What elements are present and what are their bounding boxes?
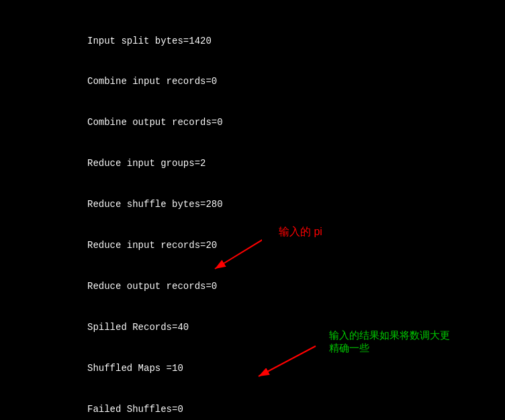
annotation-pi: 输入的 pi [279, 225, 322, 239]
annotation-result-line2: 精确一些 [329, 342, 450, 355]
annotation-result-line1: 输入的结果如果将数调大更 [329, 329, 450, 342]
annotation-pi-text: 输入的 pi [279, 226, 322, 237]
line-combine-input: Combine input records=0 [7, 75, 498, 88]
line-reduce-shuffle: Reduce shuffle bytes=280 [7, 198, 498, 211]
svg-line-1 [215, 232, 262, 269]
line-combine-output: Combine output records=0 [7, 116, 498, 129]
arrow-pi-svg [208, 232, 262, 286]
line-failed-shuffles: Failed Shuffles=0 [7, 403, 498, 416]
arrow-result-svg [248, 343, 329, 383]
annotation-result: 输入的结果如果将数调大更 精确一些 [329, 329, 450, 355]
line-input-split: Input split bytes=1420 [7, 34, 498, 48]
svg-line-3 [259, 346, 316, 376]
line-reduce-groups: Reduce input groups=2 [7, 157, 498, 170]
